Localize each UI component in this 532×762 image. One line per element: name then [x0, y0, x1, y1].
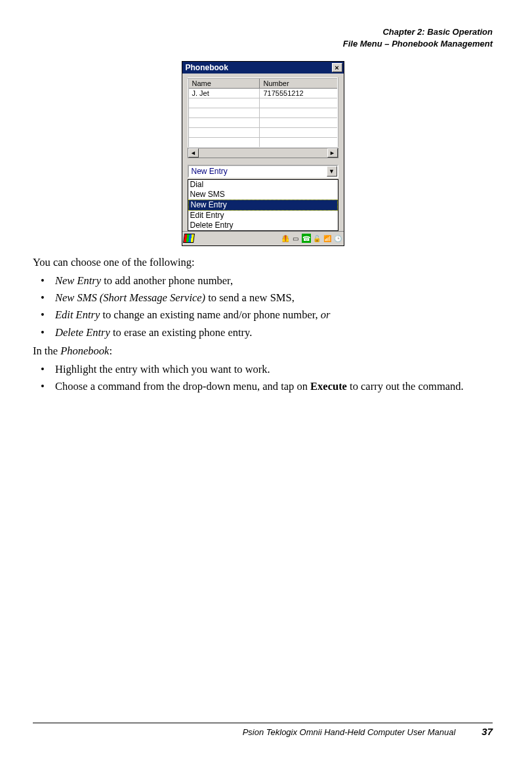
- window-titlebar: Phonebook ×: [182, 62, 344, 74]
- intro-paragraph: You can choose one of the following:: [33, 255, 493, 270]
- list-item[interactable]: Delete Entry: [188, 221, 338, 230]
- tray-clock-icon[interactable]: 🕒: [333, 234, 342, 243]
- screenshot-container: Phonebook × Name Number J. Jet7175551212: [33, 61, 493, 246]
- scroll-right-icon[interactable]: ►: [327, 148, 338, 158]
- scroll-left-icon[interactable]: ◄: [188, 148, 199, 158]
- windows-logo-icon: [183, 234, 195, 243]
- table-row[interactable]: [188, 118, 338, 128]
- list-item: Highlight the entry with which you want …: [33, 362, 493, 377]
- list-item[interactable]: Edit Entry: [188, 211, 338, 221]
- footer-page-number: 37: [481, 726, 493, 737]
- dropdown-value: New Entry: [189, 167, 327, 176]
- body-text: You can choose one of the following: New…: [33, 255, 493, 394]
- list-item: Edit Entry to change an existing name an…: [33, 308, 493, 322]
- list-item-selected[interactable]: New Entry: [188, 200, 338, 211]
- list-item: Delete Entry to erase an existing phone …: [33, 326, 493, 340]
- header-chapter: Chapter 2: Basic Operation: [33, 26, 493, 38]
- footer-manual-title: Psion Teklogix Omnii Hand-Held Computer …: [243, 727, 456, 737]
- page-header: Chapter 2: Basic Operation File Menu – P…: [33, 26, 493, 49]
- options-list: New Entry to add another phone number, N…: [33, 274, 493, 340]
- phonebook-window: Phonebook × Name Number J. Jet7175551212: [182, 61, 344, 246]
- table-row[interactable]: [188, 108, 338, 118]
- header-section: File Menu – Phonebook Management: [33, 38, 493, 50]
- start-button[interactable]: [184, 234, 194, 243]
- table-row[interactable]: [188, 138, 338, 148]
- taskbar: 🦺 ▭ ☎ 🔓 📶 🕒: [182, 231, 344, 245]
- column-header-number[interactable]: Number: [260, 78, 338, 89]
- sub-intro: In the Phonebook:: [33, 344, 493, 358]
- table-row[interactable]: [188, 128, 338, 138]
- phonebook-table: Name Number J. Jet7175551212: [188, 77, 338, 148]
- table-row[interactable]: [188, 98, 338, 108]
- tray-signal-icon[interactable]: 📶: [323, 234, 332, 243]
- close-button[interactable]: ×: [332, 63, 342, 72]
- tray-lock-icon[interactable]: 🔓: [312, 234, 321, 243]
- list-item[interactable]: New SMS: [188, 190, 338, 200]
- page-footer: Psion Teklogix Omnii Hand-Held Computer …: [33, 723, 493, 737]
- column-header-name[interactable]: Name: [188, 78, 260, 89]
- list-item[interactable]: Dial: [188, 180, 338, 190]
- tray-desktop-icon[interactable]: 🦺: [281, 234, 290, 243]
- dropdown-list: Dial New SMS New Entry Edit Entry Delete…: [188, 179, 338, 231]
- tray-card-icon[interactable]: ▭: [291, 234, 300, 243]
- list-item: Choose a command from the drop-down menu…: [33, 379, 493, 394]
- steps-list: Highlight the entry with which you want …: [33, 362, 493, 394]
- table-row[interactable]: J. Jet7175551212: [188, 89, 338, 98]
- chevron-down-icon[interactable]: ▼: [327, 166, 337, 177]
- command-dropdown[interactable]: New Entry ▼: [188, 165, 338, 178]
- window-title: Phonebook: [186, 63, 228, 72]
- tray-phone-icon[interactable]: ☎: [302, 234, 311, 243]
- list-item: New Entry to add another phone number,: [33, 274, 493, 288]
- horizontal-scrollbar[interactable]: ◄ ►: [188, 148, 338, 158]
- list-item: New SMS (Short Message Service) to send …: [33, 291, 493, 305]
